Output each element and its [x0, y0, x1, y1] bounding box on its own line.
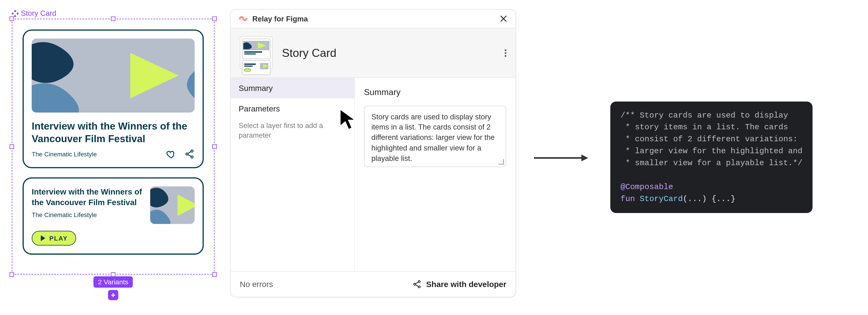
code-comment-line: * story items in a list. The cards	[620, 123, 788, 132]
share-with-developer-button[interactable]: Share with developer	[412, 280, 506, 289]
component-icon	[12, 10, 19, 17]
story-card-title: Interview with the Winners of the Vancou…	[32, 120, 195, 145]
share-label: Share with developer	[426, 280, 506, 289]
svg-rect-24	[244, 69, 251, 71]
share-icon	[412, 280, 422, 289]
code-comment-line: /** Story cards are used to display	[620, 111, 788, 119]
svg-rect-21	[244, 65, 253, 67]
svg-line-9	[188, 151, 191, 153]
svg-point-27	[418, 286, 420, 288]
selection-handle[interactable]	[212, 272, 217, 277]
relay-component-title: Story Card	[282, 46, 495, 59]
selection-handle[interactable]	[9, 272, 14, 277]
play-icon	[40, 235, 46, 241]
svg-line-10	[188, 154, 191, 156]
story-card-thumb	[150, 186, 195, 224]
svg-point-26	[414, 283, 416, 285]
selection-handle[interactable]	[9, 144, 14, 149]
code-comment-line: * consist of 2 different variations:	[620, 135, 798, 143]
relay-brand-label: Relay for Figma	[252, 14, 308, 23]
svg-point-7	[186, 153, 188, 155]
selection-handle[interactable]	[9, 16, 14, 21]
svg-point-8	[191, 156, 193, 158]
svg-marker-31	[581, 154, 588, 161]
svg-point-6	[191, 150, 193, 152]
heart-icon[interactable]	[166, 149, 176, 159]
story-card-subtitle: The Cinematic Lifestyle	[32, 211, 143, 218]
kebab-menu-icon[interactable]	[505, 49, 506, 57]
main-heading: Summary	[364, 87, 506, 97]
code-keyword: fun	[620, 194, 635, 203]
figma-selected-frame[interactable]: Interview with the Winners of the Vancou…	[12, 19, 215, 274]
relay-panel: Relay for Figma Story Card S	[230, 9, 516, 298]
story-card-hero-image	[32, 39, 195, 113]
code-function-name: StoryCard	[640, 194, 683, 203]
arrow-icon	[534, 154, 588, 161]
code-comment-line: * smaller view for a playable list.*/	[620, 159, 802, 168]
close-icon[interactable]	[500, 15, 507, 23]
story-card-subtitle: The Cinematic Lifestyle	[32, 150, 97, 157]
selection-handle[interactable]	[212, 144, 217, 149]
relay-logo-icon	[239, 14, 248, 23]
sidebar-item-summary[interactable]: Summary	[231, 78, 354, 98]
svg-line-29	[416, 285, 418, 287]
share-icon[interactable]	[184, 149, 195, 159]
code-signature: (...) {...}	[683, 194, 736, 203]
svg-rect-0	[14, 10, 17, 12]
svg-rect-20	[244, 63, 256, 65]
selection-handle[interactable]	[111, 16, 115, 21]
sidebar-hint: Select a layer first to add a parameter	[231, 119, 354, 146]
svg-rect-18	[244, 51, 262, 53]
code-block: /** Story cards are used to display * st…	[610, 102, 813, 213]
code-annotation: @Composable	[620, 182, 673, 191]
svg-rect-19	[244, 54, 256, 55]
sidebar-item-parameters[interactable]: Parameters	[231, 98, 354, 119]
selection-handle[interactable]	[212, 16, 217, 21]
figma-component-label-text: Story Card	[21, 9, 56, 18]
story-card-title: Interview with the Winners of the Vancou…	[32, 186, 143, 208]
svg-rect-1	[14, 15, 17, 17]
component-thumbnail	[240, 36, 273, 69]
svg-marker-13	[41, 235, 45, 241]
svg-line-28	[416, 282, 418, 284]
variants-badge: 2 Variants	[93, 276, 133, 287]
story-card-large[interactable]: Interview with the Winners of the Vancou…	[23, 30, 204, 168]
story-card-small[interactable]: Interview with the Winners of the Vancou…	[23, 177, 204, 254]
code-comment-line: * larger view for the highlighted and	[620, 146, 802, 155]
play-label: PLAY	[49, 235, 68, 241]
svg-rect-2	[12, 12, 14, 15]
status-text: No errors	[240, 280, 273, 289]
add-variant-button[interactable]: +	[108, 290, 118, 300]
svg-point-25	[418, 281, 420, 282]
summary-textarea[interactable]: Story cards are used to display story it…	[364, 106, 506, 167]
play-button[interactable]: PLAY	[32, 231, 76, 245]
svg-rect-3	[17, 12, 19, 15]
